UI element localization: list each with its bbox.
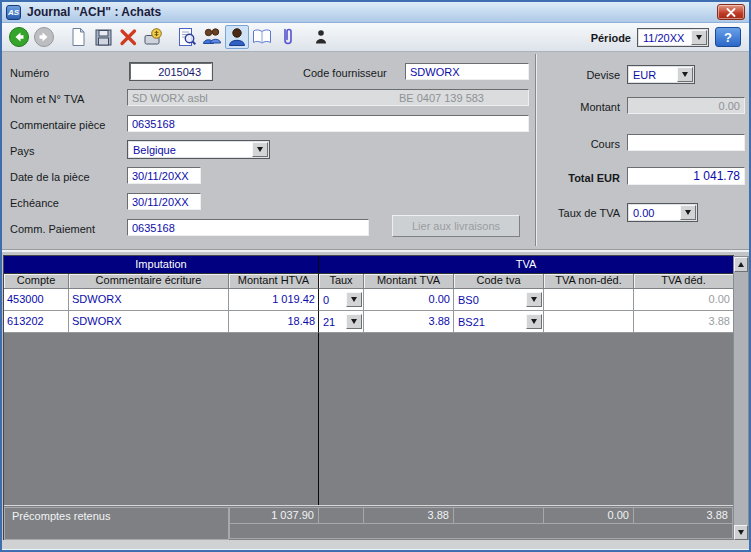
devise-select[interactable]: EUR [627,65,695,84]
numero-label: Numéro [10,67,49,79]
montant-field: 0.00 [627,97,745,114]
cell-tva-ded[interactable]: 0.00 [634,289,733,311]
cell-montant-htva[interactable]: 1 019.42 [229,289,319,311]
echeance-field[interactable]: 30/11/20XX [127,193,201,210]
users-icon[interactable] [200,25,224,49]
col-code-tva[interactable]: Code tva [454,274,544,289]
group-header-imputation: Imputation [4,256,319,274]
book-icon[interactable] [250,25,274,49]
commentaire-piece-field[interactable]: 0635168 [127,115,529,132]
close-icon [726,3,736,21]
delete-icon[interactable] [116,25,140,49]
chevron-down-icon[interactable] [691,30,707,45]
new-document-icon[interactable] [66,25,90,49]
paperclip-icon[interactable] [275,25,299,49]
devise-value: EUR [628,69,656,81]
nom-tva-field: SD WORX asbl BE 0407 139 583 [127,89,529,106]
document-form: Numéro 2015043 Code fournisseur SDWORX N… [2,52,749,251]
lier-aux-livraisons-button[interactable]: Lier aux livraisons [392,215,520,237]
date-piece-label: Date de la pièce [10,171,90,183]
app-window: AS Journal "ACH" : Achats [0,0,751,552]
code-fournisseur-field[interactable]: SDWORX [405,63,529,80]
montant-label: Montant [542,101,620,113]
table-empty-area [4,333,733,506]
scroll-up-icon[interactable] [734,257,748,272]
periode-label: Période [591,32,631,44]
total-eur-label: Total EUR [542,172,620,184]
col-montant-htva[interactable]: Montant HTVA [229,274,319,289]
vat-number-value: BE 0407 139 583 [399,92,484,104]
table-row[interactable]: 613202 SDWORX 18.48 21 3.88 BS21 3.88 [4,311,733,333]
taux-value: 21 [319,316,335,328]
col-commentaire[interactable]: Commentaire écriture [69,274,229,289]
close-button[interactable] [717,4,745,20]
pays-value: Belgique [128,144,176,156]
cell-code-tva-select[interactable]: BS0 [454,289,544,311]
cell-taux-select[interactable]: 0 [319,289,364,311]
cell-compte[interactable]: 453000 [4,289,69,311]
cell-compte[interactable]: 613202 [4,311,69,333]
app-logo-icon: AS [6,5,21,20]
comm-paiement-field[interactable]: 0635168 [127,219,369,236]
chevron-down-icon[interactable] [252,142,268,157]
back-icon[interactable] [7,25,31,49]
cell-montant-htva[interactable]: 18.48 [229,311,319,333]
col-tva-ded[interactable]: TVA déd. [634,274,733,289]
numero-field[interactable]: 2015043 [130,63,212,80]
cell-montant-tva[interactable]: 0.00 [364,289,454,311]
column-header-row: Compte Commentaire écriture Montant HTVA… [4,274,733,289]
cours-label: Cours [542,138,620,150]
person-icon[interactable] [309,25,333,49]
section-divider-line [318,333,319,505]
chevron-down-icon[interactable] [346,314,362,329]
nom-tva-label: Nom et N° TVA [10,93,84,105]
footer-total-tva: 3.88 [363,507,454,524]
cell-commentaire[interactable]: SDWORX [69,311,229,333]
cell-taux-select[interactable]: 21 [319,311,364,333]
col-tva-non-ded[interactable]: TVA non-déd. [544,274,634,289]
code-tva-value: BS0 [454,294,479,306]
cell-tva-non-ded[interactable] [544,311,634,333]
pays-label: Pays [10,145,34,157]
col-montant-tva[interactable]: Montant TVA [364,274,454,289]
user-selected-icon[interactable] [225,25,249,49]
window-bottom-strip [2,540,749,550]
footer-code-box [453,507,544,524]
titlebar[interactable]: AS Journal "ACH" : Achats [2,2,749,23]
cell-montant-tva[interactable]: 3.88 [364,311,454,333]
chevron-down-icon[interactable] [526,292,542,307]
cell-commentaire[interactable]: SDWORX [69,289,229,311]
chevron-down-icon[interactable] [346,292,362,307]
periode-select[interactable]: 11/20XX [637,28,709,47]
table-row[interactable]: 453000 SDWORX 1 019.42 0 0.00 BS0 0.00 [4,289,733,311]
comm-paiement-label: Comm. Paiement [10,223,95,235]
commentaire-piece-label: Commentaire pièce [10,119,105,131]
echeance-label: Echéance [10,197,59,209]
cours-field[interactable] [627,134,745,151]
help-button[interactable]: ? [715,27,741,47]
chevron-down-icon[interactable] [677,67,693,82]
col-compte[interactable]: Compte [4,274,69,289]
cell-code-tva-select[interactable]: BS21 [454,311,544,333]
date-piece-field[interactable]: 30/11/20XX [127,167,201,184]
taux-tva-value: 0.00 [628,207,654,219]
forward-icon[interactable] [32,25,56,49]
cell-tva-non-ded[interactable] [544,289,634,311]
payment-icon[interactable] [141,25,165,49]
footer-total-htva: 1 037.90 [229,507,319,524]
scroll-down-icon[interactable] [734,525,748,540]
print-preview-icon[interactable] [175,25,199,49]
taux-tva-select[interactable]: 0.00 [627,203,698,222]
form-divider [535,54,537,246]
col-taux[interactable]: Taux [319,274,364,289]
save-icon[interactable] [91,25,115,49]
cell-tva-ded[interactable]: 3.88 [634,311,733,333]
vertical-scrollbar[interactable] [733,256,749,541]
pays-select[interactable]: Belgique [127,140,270,159]
chevron-down-icon[interactable] [526,314,542,329]
footer-total-ded: 3.88 [633,507,733,524]
table-footer: Précomptes retenus 1 037.90 3.88 0.00 3.… [4,506,733,542]
devise-label: Devise [542,69,620,81]
chevron-down-icon[interactable] [680,205,696,220]
toolbar: Période 11/20XX ? [2,23,749,52]
